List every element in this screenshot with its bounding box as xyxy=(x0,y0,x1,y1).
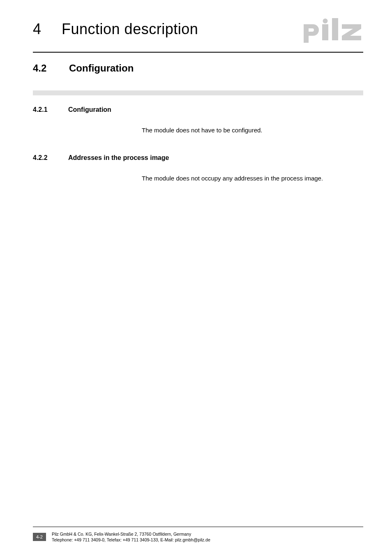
chapter-title: Function description xyxy=(62,21,198,38)
section-title: Configuration xyxy=(69,62,134,74)
footer-rule xyxy=(33,527,363,527)
page-number-badge: 4-2 xyxy=(33,533,46,541)
section-number: 4.2 xyxy=(33,62,53,74)
body-paragraph: The module does not occupy any addresses… xyxy=(142,174,363,183)
subsection-number: 4.2.1 xyxy=(33,106,56,113)
chapter-number: 4 xyxy=(33,21,41,38)
page-header: 4 Function description xyxy=(33,21,363,44)
subsection-title: Addresses in the process image xyxy=(68,154,169,162)
svg-rect-1 xyxy=(322,24,328,40)
divider-bar xyxy=(33,90,363,95)
header-rule xyxy=(33,52,363,53)
footer-text: Pilz GmbH & Co. KG, Felix-Wankel-Straße … xyxy=(52,531,210,543)
svg-rect-2 xyxy=(332,18,338,40)
body-paragraph: The module does not have to be configure… xyxy=(142,126,363,134)
footer-row: 4-2 Pilz GmbH & Co. KG, Felix-Wankel-Str… xyxy=(33,531,363,543)
subsection-title: Configuration xyxy=(68,106,111,113)
svg-point-0 xyxy=(323,18,328,23)
chapter-heading: 4 Function description xyxy=(33,21,198,38)
footer-line-1: Pilz GmbH & Co. KG, Felix-Wankel-Straße … xyxy=(52,531,210,537)
subsection-heading: 4.2.1 Configuration xyxy=(33,106,363,113)
footer-line-2: Telephone: +49 711 3409-0, Telefax: +49 … xyxy=(52,537,210,543)
subsection-number: 4.2.2 xyxy=(33,154,56,162)
page-footer: 4-2 Pilz GmbH & Co. KG, Felix-Wankel-Str… xyxy=(0,527,392,543)
subsection-heading: 4.2.2 Addresses in the process image xyxy=(33,154,363,162)
pilz-logo xyxy=(302,18,363,44)
section-heading: 4.2 Configuration xyxy=(33,62,363,74)
document-page: 4 Function description 4.2 Co xyxy=(0,0,392,555)
